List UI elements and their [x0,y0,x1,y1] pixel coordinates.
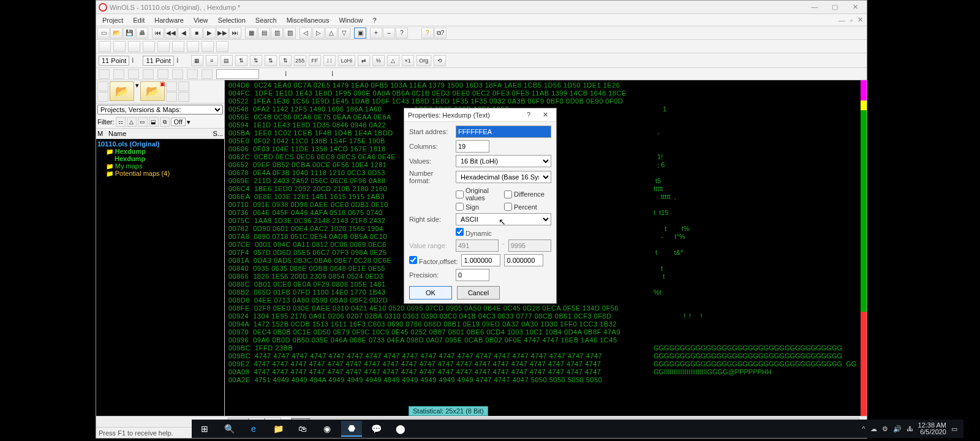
minimize-button[interactable]: — [805,3,824,10]
col-name[interactable]: Name [108,130,213,137]
save-icon[interactable]: 💾 [123,28,135,39]
precision-input[interactable] [456,269,489,281]
tree-root[interactable]: 10110.ols (Original) [97,140,223,148]
store-icon[interactable]: 🛍 [292,421,313,437]
fmt-btn-2[interactable]: ▤ [221,55,233,66]
winols-task-icon[interactable]: ⬣ [341,421,362,437]
new-icon[interactable]: ▭ [97,28,110,39]
taskbar-clock[interactable]: 12:38 AM 6/5/2020 [918,422,946,435]
menu-hardware[interactable]: Hardware [149,15,189,25]
fmt-btn-x1[interactable]: ×1 [402,55,414,66]
play-icon[interactable]: ▶ [203,28,216,39]
mdi-restore-icon[interactable]: ▫ [848,17,855,24]
side-sm-6-icon[interactable] [178,92,189,102]
menu-window[interactable]: Window [334,15,368,25]
edge-icon[interactable]: e [243,421,264,437]
box-icon[interactable]: ▣ [354,28,366,39]
filter-btn-2[interactable]: △ [127,117,137,127]
spinner-icon[interactable]: ⁞ [132,56,134,64]
tool2-6-icon[interactable] [172,41,184,52]
addr-spinner-2[interactable]: ⁞ [331,70,334,78]
explorer-icon[interactable]: 📁 [268,421,288,437]
factor-input[interactable] [461,254,500,266]
open-icon[interactable]: 📂 [110,28,123,39]
tree-potential[interactable]: Potential maps (4) [97,170,223,177]
addr-btn-5[interactable] [157,69,168,79]
prev-icon[interactable]: ◀ [178,28,190,39]
tool2-8-icon[interactable] [202,41,214,52]
fmt-btn-255[interactable]: 255 [294,55,306,66]
grid1-icon[interactable]: ▦ [245,28,257,39]
help-icon[interactable]: ? [421,28,434,39]
tool2-5-icon[interactable] [157,41,170,52]
menu-project[interactable]: Project [97,15,128,25]
rewind-icon[interactable]: ◀◀ [165,28,177,39]
menu-selection[interactable]: Selection [213,15,251,25]
menu-edit[interactable]: Edit [128,15,149,25]
mdi-close-icon[interactable]: ✕ [855,16,865,24]
tool2-9-icon[interactable] [216,41,228,52]
addr-btn-1[interactable] [99,69,110,79]
grid3-icon[interactable]: ▥ [271,28,283,39]
obs-icon[interactable]: ⬤ [390,421,411,437]
side-sm-5-icon[interactable] [178,81,189,91]
start-address-input[interactable] [456,126,551,138]
number-format-select[interactable]: Hexadecimal (Base 16 System [456,171,551,183]
tree-hexdump-folder[interactable]: Hexdump [97,148,223,155]
search-button[interactable]: 🔍 [219,421,239,437]
close-button[interactable]: ✕ [846,3,864,11]
nav-left-icon[interactable]: ◁ [300,28,312,39]
tool2-4-icon[interactable] [143,41,155,52]
tray-volume-icon[interactable]: 🔊 [893,425,902,433]
filter-dropdown-icon[interactable]: ▾ [187,118,190,126]
grid2-icon[interactable]: ▤ [258,28,270,39]
tool2-3-icon[interactable] [128,41,140,52]
side-sm-1-icon[interactable] [97,81,108,91]
tray-settings-icon[interactable]: ⚙ [882,425,888,433]
nav-right-icon[interactable]: ▷ [312,28,325,39]
side-sm-2-icon[interactable] [97,92,108,102]
filter-btn-3[interactable]: ▭ [138,117,148,127]
filter-btn-5[interactable]: ⧉ [160,117,170,127]
fmt-btn-lohi[interactable]: LoHi [338,55,355,66]
tool2-1-icon[interactable] [99,41,111,52]
addr-btn-6[interactable] [172,69,183,79]
menu-misc[interactable]: Miscellaneous [282,15,334,25]
fmt-btn-delta[interactable]: △ [387,55,399,66]
addr-combo-1[interactable] [216,69,259,79]
tool2-2-icon[interactable] [113,41,126,52]
col-m[interactable]: M [97,130,108,137]
cancel-button[interactable]: Cancel [457,286,500,300]
mdi-minimize-icon[interactable]: — [836,17,848,24]
fmt-btn-swap[interactable]: ⇄ [358,55,370,66]
start-button[interactable]: ⊞ [194,421,215,437]
open-folder-red-button[interactable]: 📂▣ [140,81,165,101]
fmt-btn-3[interactable]: ⇅ [235,55,247,66]
columns-input[interactable] [456,140,489,153]
addr-btn-4[interactable] [143,69,154,79]
open-folder-button[interactable]: 📂 [110,81,134,101]
tray-network-icon[interactable]: 🖧 [907,425,913,432]
menu-view[interactable]: View [189,15,213,25]
nav-up-icon[interactable]: △ [325,28,337,39]
fmt-btn-1[interactable]: ≡ [206,55,218,66]
addr-spinner-1[interactable]: ⁞ [285,70,287,78]
line-icon[interactable]: 💬 [366,421,386,437]
tree-hexdump-item[interactable]: Hexdump [97,155,223,162]
original-values-checkbox[interactable]: Original values [456,187,503,202]
filter-btn-1[interactable]: ⚏ [116,117,126,127]
nav-down-icon[interactable]: ▽ [338,28,350,39]
right-side-select[interactable]: ASCII [456,213,551,225]
side-sm-4-icon[interactable] [166,92,177,102]
menu-help[interactable]: ? [368,15,382,25]
fmt-btn-org[interactable]: Org [417,55,431,66]
plus-icon[interactable]: + [370,28,382,39]
side-sm-3-icon[interactable] [166,81,177,91]
projects-combo[interactable]: Projects, Versions & Maps: [97,105,223,115]
fmt-btn-pct[interactable]: % [372,55,385,66]
dialog-close-button[interactable]: ✕ [538,111,552,119]
fmt-btn-9[interactable]: ⫶⫶ [323,55,336,66]
ok-button[interactable]: OK [409,286,452,300]
percent-checkbox[interactable]: Percent [504,203,551,211]
fwd-icon[interactable]: ▶▶ [216,28,228,39]
